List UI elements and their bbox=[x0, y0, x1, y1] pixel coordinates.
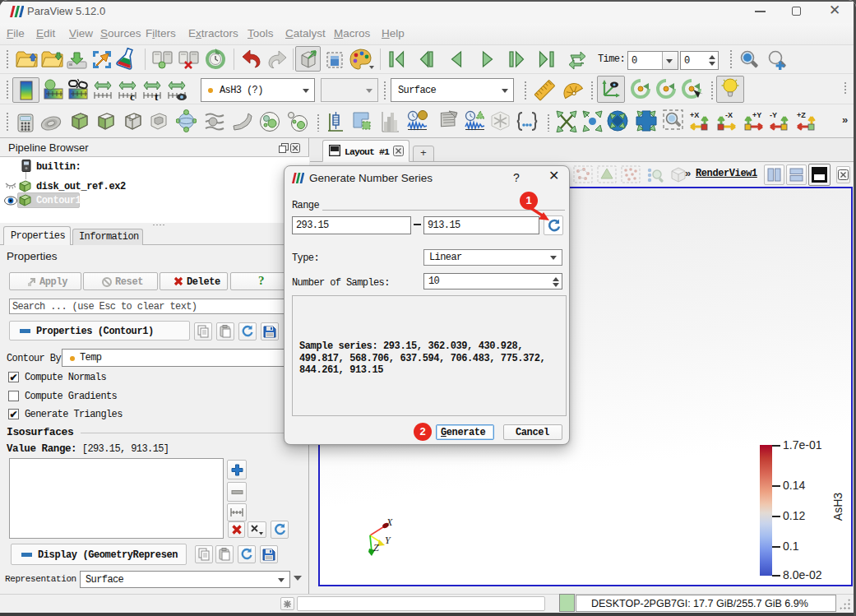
svg-text:c: c bbox=[130, 90, 135, 101]
svg-text:Z: Z bbox=[373, 542, 379, 553]
svg-text:+Z: +Z bbox=[797, 111, 806, 119]
svg-text:-Y: -Y bbox=[770, 111, 777, 119]
svg-text:+X: +X bbox=[690, 111, 699, 119]
svg-text:X: X bbox=[386, 516, 393, 528]
svg-text:-X: -X bbox=[725, 111, 733, 119]
svg-text:+Y: +Y bbox=[752, 111, 761, 119]
svg-text:Y: Y bbox=[385, 535, 391, 546]
svg-text:t: t bbox=[155, 90, 159, 101]
